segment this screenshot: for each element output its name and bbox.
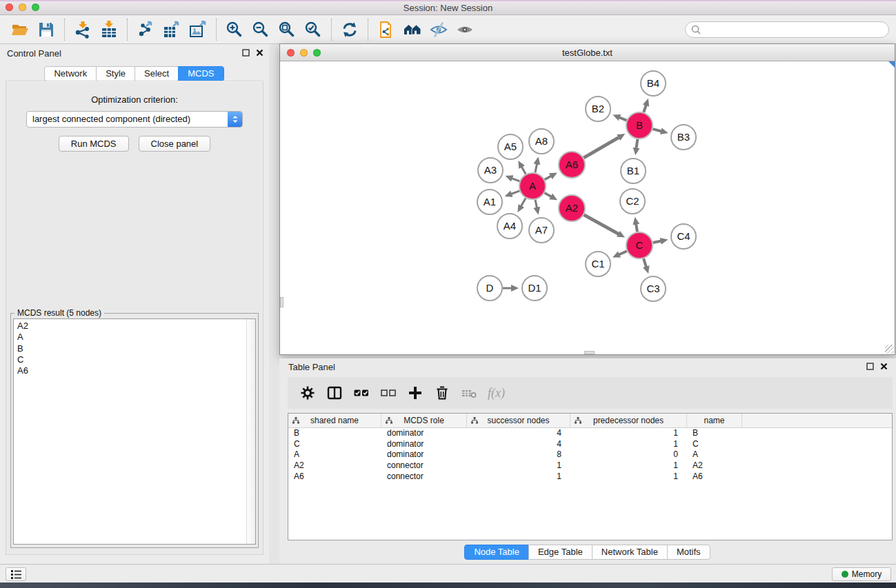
list-item[interactable]: A6 [14, 365, 255, 376]
graph-edge-B-B2[interactable] [619, 117, 627, 120]
graph-edge-A-A2[interactable] [544, 193, 551, 197]
function-builder-button[interactable]: f(x) [488, 386, 505, 401]
graph-edge-C-C1[interactable] [619, 251, 627, 254]
window-resize-grip[interactable] [885, 345, 894, 354]
graph-edge-B-B4[interactable] [644, 105, 646, 112]
graph-edge-A-A8[interactable] [535, 163, 537, 172]
select-stepper-icon [228, 112, 242, 127]
graph-node-label-B: B [636, 119, 643, 131]
app-titlebar[interactable]: Session: New Session [0, 0, 896, 15]
export-image-icon[interactable] [185, 18, 211, 41]
table-row[interactable]: Bdominator 41 B [288, 428, 892, 439]
table-row[interactable]: Cdominator 41 C [288, 439, 892, 450]
memory-button[interactable]: Memory [832, 567, 891, 581]
import-table-icon[interactable] [96, 18, 122, 41]
column-header-successor-nodes[interactable]: successor nodes [467, 414, 570, 427]
open-session-icon[interactable] [7, 18, 33, 41]
graph-edge-A-A7[interactable] [535, 200, 537, 208]
save-session-icon[interactable] [33, 18, 59, 41]
show-columns-icon[interactable] [326, 385, 343, 401]
refresh-network-icon[interactable] [337, 18, 363, 41]
graph-edge-A6-B[interactable] [584, 137, 619, 158]
graph-edge-B-B1[interactable] [636, 139, 637, 148]
home-icon[interactable] [399, 18, 426, 41]
list-item[interactable]: B [14, 343, 255, 354]
graph-node-label-B4: B4 [647, 77, 659, 89]
table-settings-gear-icon[interactable] [299, 385, 316, 401]
add-column-icon[interactable] [407, 385, 424, 401]
zoom-out-icon[interactable] [248, 18, 274, 41]
table-row[interactable]: Adominator 80 A [288, 449, 892, 460]
task-list-icon [11, 570, 21, 579]
canvas-horizontal-scrollbar[interactable] [584, 351, 595, 354]
network-window-titlebar[interactable]: testGlobe.txt [280, 44, 895, 61]
export-network-icon[interactable] [132, 18, 159, 41]
delete-table-icon[interactable] [461, 385, 477, 401]
task-history-button[interactable] [6, 567, 26, 581]
search-box[interactable] [685, 21, 889, 38]
zoom-selected-icon[interactable] [300, 18, 326, 41]
graph-edge-A-A6[interactable] [545, 176, 552, 179]
graph-edge-C-C4[interactable] [653, 241, 661, 243]
column-header-shared-name[interactable]: shared name [288, 414, 381, 427]
list-scrollbar[interactable] [246, 319, 255, 544]
main-toolbar [0, 15, 896, 44]
list-item[interactable]: C [14, 354, 255, 365]
visibility-off-icon[interactable] [426, 18, 452, 41]
column-header-mcds-role[interactable]: MCDS role [381, 414, 467, 427]
search-input[interactable] [701, 23, 888, 37]
graph-node-label-A: A [529, 180, 536, 192]
network-from-file-icon[interactable] [373, 18, 399, 41]
float-panel-icon[interactable] [242, 49, 250, 57]
app-title: Session: New Session [0, 3, 896, 13]
tab-network-table[interactable]: Network Table [592, 545, 668, 560]
close-panel-icon[interactable] [880, 363, 888, 370]
graph-edge-C-C3[interactable] [644, 258, 646, 267]
list-item[interactable]: A [14, 332, 255, 343]
graph-edge-A-A1[interactable] [511, 191, 519, 194]
network-canvas[interactable]: B4B2BB3A8A5A6A3B1AA1C2A2A4A7C4CC1C3DD1 [280, 61, 895, 354]
tab-node-table[interactable]: Node Table [464, 545, 529, 560]
graph-edge-A-A4[interactable] [521, 198, 526, 206]
run-mcds-button[interactable]: Run MCDS [59, 136, 129, 152]
float-panel-icon[interactable] [866, 363, 874, 370]
tab-network[interactable]: Network [44, 66, 97, 81]
select-all-columns-icon[interactable] [353, 385, 370, 401]
tab-mcds[interactable]: MCDS [178, 66, 223, 81]
close-panel-icon[interactable] [256, 49, 263, 57]
graph-edge-B-B3[interactable] [653, 129, 661, 131]
visibility-icon[interactable] [452, 18, 478, 41]
column-header-predecessor-nodes[interactable]: predecessor nodes [570, 414, 687, 427]
status-bar: Memory [0, 564, 896, 582]
graph-edge-C-C2[interactable] [636, 224, 637, 232]
zoom-in-icon[interactable] [221, 18, 248, 41]
column-header-name[interactable]: name [687, 414, 742, 427]
graph-node-label-B2: B2 [592, 103, 604, 114]
graph-edge-A-A3[interactable] [512, 179, 519, 181]
canvas-vertical-scrollbar[interactable] [280, 297, 283, 307]
graph-edge-A-A5[interactable] [521, 167, 526, 174]
tab-edge-table[interactable]: Edge Table [528, 545, 593, 560]
export-table-icon[interactable] [159, 18, 185, 41]
toolbar-separator [216, 19, 217, 41]
table-row[interactable]: A2connector 11 A2 [288, 460, 892, 472]
unselect-all-columns-icon[interactable] [380, 385, 397, 401]
graph-node-label-C: C [636, 239, 644, 251]
tab-select[interactable]: Select [135, 66, 179, 81]
network-window-title: testGlobe.txt [280, 48, 895, 58]
graph-edge-A2-C[interactable] [584, 215, 619, 234]
graph-node-label-A4: A4 [504, 220, 516, 232]
control-panel: Control Panel Network Style Select MCDS … [0, 44, 269, 564]
import-network-icon[interactable] [70, 18, 96, 41]
optimization-criterion-select[interactable]: largest connected component (directed) [26, 111, 243, 128]
table-panel-title: Table Panel [288, 362, 335, 372]
close-panel-button[interactable]: Close panel [139, 136, 211, 152]
table-row[interactable]: A6connector 11 A6 [288, 472, 892, 483]
zoom-fit-icon[interactable] [274, 18, 300, 41]
list-item[interactable]: A2 [14, 319, 255, 332]
desktop-wallpaper-strip [0, 582, 896, 588]
tab-style[interactable]: Style [96, 66, 135, 81]
delete-column-icon[interactable] [434, 385, 450, 401]
tab-motifs[interactable]: Motifs [667, 545, 710, 560]
graph-node-label-A1: A1 [484, 196, 496, 207]
